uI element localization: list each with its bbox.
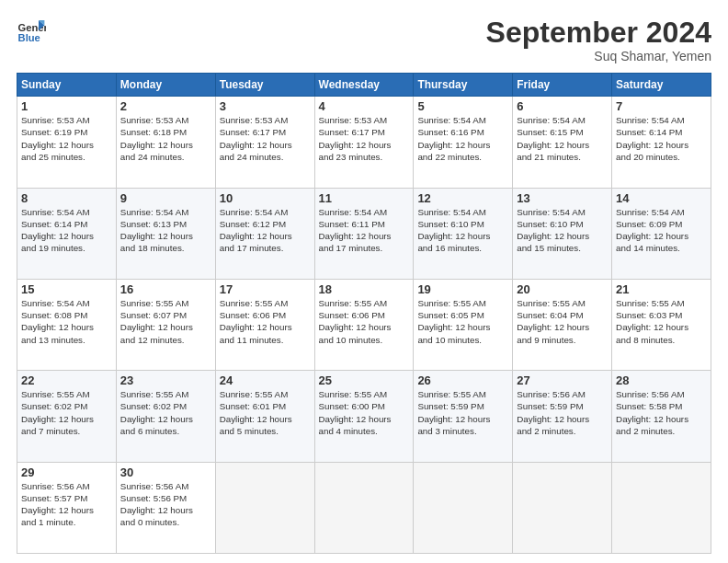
table-cell: 26Sunrise: 5:55 AMSunset: 5:59 PMDayligh… — [414, 371, 513, 462]
table-cell: 17Sunrise: 5:55 AMSunset: 6:06 PMDayligh… — [215, 279, 314, 370]
table-cell: 1Sunrise: 5:53 AMSunset: 6:19 PMDaylight… — [17, 97, 117, 188]
table-cell: 23Sunrise: 5:55 AMSunset: 6:02 PMDayligh… — [116, 371, 215, 462]
table-cell: 30Sunrise: 5:56 AMSunset: 5:56 PMDayligh… — [116, 462, 215, 553]
table-cell: 19Sunrise: 5:55 AMSunset: 6:05 PMDayligh… — [414, 279, 513, 370]
logo: General Blue — [17, 17, 46, 46]
logo-icon: General Blue — [17, 17, 46, 46]
table-cell: 22Sunrise: 5:55 AMSunset: 6:02 PMDayligh… — [17, 371, 117, 462]
table-row: 22Sunrise: 5:55 AMSunset: 6:02 PMDayligh… — [17, 371, 711, 462]
table-cell — [513, 462, 612, 553]
table-cell: 24Sunrise: 5:55 AMSunset: 6:01 PMDayligh… — [215, 371, 314, 462]
table-cell: 5Sunrise: 5:54 AMSunset: 6:16 PMDaylight… — [414, 97, 513, 188]
table-cell: 28Sunrise: 5:56 AMSunset: 5:58 PMDayligh… — [612, 371, 711, 462]
table-row: 1Sunrise: 5:53 AMSunset: 6:19 PMDaylight… — [17, 97, 711, 188]
calendar-header-row: Sunday Monday Tuesday Wednesday Thursday… — [17, 74, 711, 97]
month-title: September 2024 — [486, 17, 711, 49]
table-cell: 14Sunrise: 5:54 AMSunset: 6:09 PMDayligh… — [612, 188, 711, 279]
table-cell — [612, 462, 711, 553]
table-cell: 27Sunrise: 5:56 AMSunset: 5:59 PMDayligh… — [513, 371, 612, 462]
col-sunday: Sunday — [17, 74, 117, 97]
svg-text:Blue: Blue — [18, 32, 40, 43]
col-monday: Monday — [116, 74, 215, 97]
col-wednesday: Wednesday — [314, 74, 414, 97]
table-cell: 29Sunrise: 5:56 AMSunset: 5:57 PMDayligh… — [17, 462, 117, 553]
table-cell: 10Sunrise: 5:54 AMSunset: 6:12 PMDayligh… — [215, 188, 314, 279]
col-tuesday: Tuesday — [215, 74, 314, 97]
page: General Blue September 2024 Suq Shamar, … — [0, 0, 728, 563]
col-friday: Friday — [513, 74, 612, 97]
header: General Blue September 2024 Suq Shamar, … — [17, 17, 711, 63]
table-cell: 2Sunrise: 5:53 AMSunset: 6:18 PMDaylight… — [116, 97, 215, 188]
table-cell: 4Sunrise: 5:53 AMSunset: 6:17 PMDaylight… — [314, 97, 414, 188]
table-row: 29Sunrise: 5:56 AMSunset: 5:57 PMDayligh… — [17, 462, 711, 553]
col-saturday: Saturday — [612, 74, 711, 97]
table-cell: 8Sunrise: 5:54 AMSunset: 6:14 PMDaylight… — [17, 188, 117, 279]
table-cell: 9Sunrise: 5:54 AMSunset: 6:13 PMDaylight… — [116, 188, 215, 279]
table-cell: 21Sunrise: 5:55 AMSunset: 6:03 PMDayligh… — [612, 279, 711, 370]
title-block: September 2024 Suq Shamar, Yemen — [486, 17, 711, 63]
table-cell: 15Sunrise: 5:54 AMSunset: 6:08 PMDayligh… — [17, 279, 117, 370]
table-cell — [314, 462, 414, 553]
table-cell: 6Sunrise: 5:54 AMSunset: 6:15 PMDaylight… — [513, 97, 612, 188]
table-cell: 11Sunrise: 5:54 AMSunset: 6:11 PMDayligh… — [314, 188, 414, 279]
table-cell — [215, 462, 314, 553]
table-cell: 7Sunrise: 5:54 AMSunset: 6:14 PMDaylight… — [612, 97, 711, 188]
location: Suq Shamar, Yemen — [486, 49, 711, 63]
calendar-table: Sunday Monday Tuesday Wednesday Thursday… — [17, 73, 711, 554]
table-row: 8Sunrise: 5:54 AMSunset: 6:14 PMDaylight… — [17, 188, 711, 279]
table-cell: 12Sunrise: 5:54 AMSunset: 6:10 PMDayligh… — [414, 188, 513, 279]
table-cell: 13Sunrise: 5:54 AMSunset: 6:10 PMDayligh… — [513, 188, 612, 279]
col-thursday: Thursday — [414, 74, 513, 97]
table-cell: 18Sunrise: 5:55 AMSunset: 6:06 PMDayligh… — [314, 279, 414, 370]
table-cell: 20Sunrise: 5:55 AMSunset: 6:04 PMDayligh… — [513, 279, 612, 370]
table-cell: 3Sunrise: 5:53 AMSunset: 6:17 PMDaylight… — [215, 97, 314, 188]
table-row: 15Sunrise: 5:54 AMSunset: 6:08 PMDayligh… — [17, 279, 711, 370]
table-cell: 25Sunrise: 5:55 AMSunset: 6:00 PMDayligh… — [314, 371, 414, 462]
table-cell — [414, 462, 513, 553]
table-cell: 16Sunrise: 5:55 AMSunset: 6:07 PMDayligh… — [116, 279, 215, 370]
